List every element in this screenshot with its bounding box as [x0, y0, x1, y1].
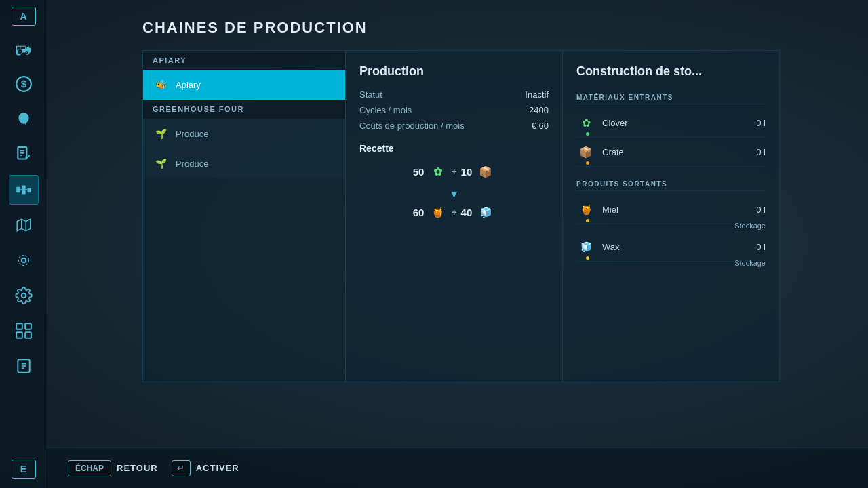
sidebar: A $ [0, 0, 47, 488]
produce-2-icon: 🌱 [153, 155, 169, 171]
clover-dot [586, 132, 589, 136]
retour-label: RETOUR [117, 463, 158, 473]
couts-label: Coûts de production / mois [359, 121, 465, 131]
clover-input-row: ✿ Clover 0 l [576, 108, 766, 138]
bottom-bar: ÉCHAP RETOUR ↵ ACTIVER [47, 447, 868, 488]
svg-rect-18 [25, 323, 31, 329]
apiary-list-item[interactable]: 🐝 Apiary [143, 70, 345, 100]
produce-2-list-item[interactable]: 🌱 Produce [143, 148, 345, 178]
crate-mat-amount: 0 l [756, 147, 766, 157]
production-panel: Production Statut Inactif Cycles / mois … [346, 50, 563, 382]
recipe-row-1: 50 ✿ + 10 📦 [359, 162, 549, 181]
svg-point-15 [21, 258, 26, 263]
wax-output-row: 🧊 Wax 0 l [576, 232, 766, 262]
crate-mat-name: Crate [602, 147, 756, 157]
sidebar-icon-animals[interactable] [9, 104, 39, 134]
sidebar-icon-settings[interactable] [9, 281, 39, 310]
sidebar-icon-production[interactable] [9, 175, 39, 205]
recipe-plus-2: + [451, 207, 456, 218]
crate-dot [586, 161, 589, 165]
recipe-arrow: ▾ [359, 186, 549, 201]
svg-rect-19 [16, 332, 22, 338]
statut-label: Statut [359, 89, 382, 100]
miel-output-row: 🍯 Miel 0 l [576, 195, 766, 224]
crate-mat-icon: 📦 [576, 142, 595, 161]
panels-container: APIARY 🐝 Apiary GREENHOUSE FOUR 🌱 Produc… [142, 50, 868, 382]
svg-rect-8 [16, 187, 20, 193]
echap-retour-button[interactable]: ÉCHAP RETOUR [68, 460, 158, 476]
apiary-icon: 🐝 [153, 77, 169, 93]
svg-point-2 [20, 116, 22, 118]
recette-label: Recette [359, 143, 549, 154]
wax-mat-icon: 🧊 [576, 237, 595, 256]
cycles-label: Cycles / mois [359, 105, 412, 115]
recipe-amount-4: 40 [461, 207, 473, 218]
produce-1-icon: 🌱 [153, 125, 169, 142]
recipe-crate-icon: 📦 [476, 162, 495, 181]
echap-key-badge: ÉCHAP [68, 460, 111, 476]
statut-value: Inactif [525, 89, 549, 100]
recipe-honey-icon: 🍯 [428, 203, 447, 222]
couts-value: € 60 [532, 121, 549, 131]
wax-mat-name: Wax [602, 242, 756, 252]
sidebar-icon-vehicle-settings[interactable] [9, 245, 39, 275]
svg-rect-17 [16, 323, 22, 329]
activer-label: ACTIVER [196, 463, 239, 473]
svg-rect-9 [22, 186, 25, 195]
clover-mat-icon: ✿ [576, 113, 595, 132]
activer-button[interactable]: ↵ ACTIVER [172, 460, 239, 476]
enter-key-badge: ↵ [172, 460, 191, 476]
sidebar-icon-encyclopedia[interactable] [9, 351, 39, 381]
recipe-row-2: 60 🍯 + 40 🧊 [359, 203, 549, 222]
clover-mat-name: Clover [602, 118, 756, 128]
miel-dot [586, 219, 589, 222]
miel-mat-amount: 0 l [756, 205, 766, 215]
svg-text:$: $ [20, 78, 26, 89]
crate-input-row: 📦 Crate 0 l [576, 138, 766, 167]
materiaux-header: MATÉRIAUX ENTRANTS [576, 89, 766, 104]
svg-point-3 [24, 116, 26, 118]
svg-rect-20 [25, 332, 31, 338]
construction-panel: Construction de sto... MATÉRIAUX ENTRANT… [563, 50, 780, 382]
key-a-badge: A [12, 7, 36, 26]
wax-mat-amount: 0 l [756, 242, 766, 252]
sidebar-icon-contracts[interactable] [9, 140, 39, 169]
apiary-group-header: APIARY [143, 51, 345, 70]
miel-mat-icon: 🍯 [576, 200, 595, 219]
key-e-badge: E [12, 460, 36, 479]
recipe-amount-1: 50 [413, 166, 425, 178]
sidebar-icon-modules[interactable] [9, 316, 39, 346]
wax-dot [586, 256, 589, 260]
clover-mat-amount: 0 l [756, 118, 766, 128]
page-title: CHAINES DE PRODUCTION [47, 0, 868, 50]
sidebar-icon-tractor[interactable] [9, 34, 39, 64]
production-title: Production [359, 64, 549, 79]
recipe-wax-icon: 🧊 [476, 203, 495, 222]
couts-row: Coûts de production / mois € 60 [359, 121, 549, 131]
construction-title: Construction de sto... [576, 64, 766, 79]
produits-header: PRODUITS SORTANTS [576, 176, 766, 191]
sidebar-icon-money[interactable]: $ [9, 69, 39, 99]
svg-rect-10 [27, 188, 31, 193]
recipe-amount-2: 10 [461, 166, 473, 178]
statut-row: Statut Inactif [359, 89, 549, 100]
main-content: CHAINES DE PRODUCTION APIARY 🐝 Apiary GR… [47, 0, 868, 488]
list-panel: APIARY 🐝 Apiary GREENHOUSE FOUR 🌱 Produc… [142, 50, 346, 382]
recipe-amount-3: 60 [413, 207, 425, 218]
miel-mat-name: Miel [602, 205, 756, 215]
recipe-plus-1: + [451, 166, 456, 177]
cycles-row: Cycles / mois 2400 [359, 105, 549, 115]
greenhouse-group-header: GREENHOUSE FOUR [143, 100, 345, 119]
sidebar-icon-map[interactable] [9, 210, 39, 240]
cycles-value: 2400 [529, 105, 549, 115]
svg-point-16 [18, 255, 28, 265]
produce-1-list-item[interactable]: 🌱 Produce [143, 119, 345, 148]
recipe-clover-icon: ✿ [428, 162, 447, 181]
